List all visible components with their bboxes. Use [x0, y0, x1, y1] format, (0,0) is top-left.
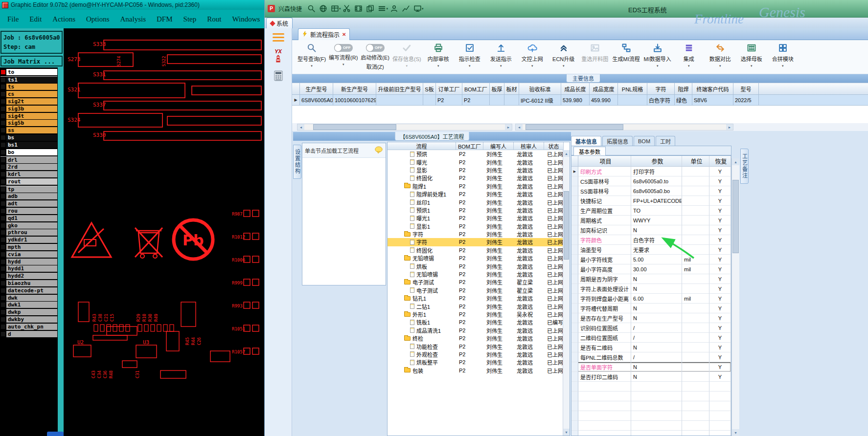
- layer-row-drl[interactable]: drl: [0, 156, 57, 164]
- calculator-icon[interactable]: [273, 70, 284, 83]
- tree-node[interactable]: 显影P2刘伟生龙敦远已上网: [388, 166, 570, 174]
- layer-row-auto_chk_pn[interactable]: auto_chk_pn: [0, 323, 57, 330]
- yx-logo[interactable]: YX: [265, 48, 292, 65]
- layer-row-biaozhu[interactable]: biaozhu: [0, 280, 57, 287]
- tree-node[interactable]: 阻焊前处理1P2刘伟生龙敦远已上网: [388, 190, 570, 198]
- param-row[interactable]: 生产周期位置TOY: [571, 206, 731, 216]
- scroll-down-icon[interactable]: ▼: [563, 429, 570, 436]
- tree-node[interactable]: 字符P2刘伟生龙敦远已上网: [388, 238, 570, 246]
- layer-row-kdrl[interactable]: kdrl: [0, 171, 57, 178]
- column-header-1[interactable]: 新生产型号: [333, 83, 376, 95]
- chart-icon[interactable]: [400, 3, 411, 14]
- layer-row-sig4t[interactable]: sig4t: [0, 112, 57, 120]
- param-value[interactable]: N: [631, 274, 682, 284]
- tree-node[interactable]: 预烘P2刘伟生龙敦远已上网: [388, 150, 570, 158]
- tree-node[interactable]: 字符P2刘伟生龙敦远已上网: [388, 230, 570, 238]
- scrollbar-thumb[interactable]: [313, 124, 396, 130]
- param-value[interactable]: 6s8v6005a0.to: [631, 176, 682, 186]
- scrollbar-thumb[interactable]: [564, 191, 569, 260]
- tree-node[interactable]: 预烘1P2刘伟生龙敦远已上网: [388, 206, 570, 214]
- toolbar-doc-upload[interactable]: 文控上网▾: [517, 43, 548, 68]
- scroll-left-icon[interactable]: ◄: [297, 124, 304, 130]
- layer-row-hydd1[interactable]: hydd1: [0, 265, 57, 273]
- menu-actions[interactable]: Actions: [47, 15, 81, 23]
- param-value[interactable]: FP+UL+DATECODE: [631, 196, 682, 206]
- toolbar-send-instruction[interactable]: 发送指示▾: [485, 43, 517, 68]
- horizontal-scrollbar[interactable]: ◄ ►: [515, 124, 733, 131]
- param-column-3[interactable]: 恢复: [709, 156, 731, 167]
- column-header-4[interactable]: 订单工厂: [436, 83, 462, 95]
- column-header-15[interactable]: 型号: [733, 83, 759, 95]
- param-value[interactable]: /: [631, 323, 682, 333]
- param-row[interactable]: 最小字符高度30.00milY: [571, 264, 731, 274]
- scrollbar-track[interactable]: [304, 124, 505, 130]
- scroll-up-icon[interactable]: ▲: [563, 150, 570, 157]
- tree-column-3[interactable]: 核审人: [514, 142, 544, 150]
- layer-row-d[interactable]: d: [0, 330, 57, 338]
- scroll-up-icon[interactable]: ▲: [732, 158, 739, 165]
- layer-row-datecode-pt[interactable]: datecode-pt: [0, 287, 57, 294]
- scrollbar-track[interactable]: [523, 124, 726, 130]
- param-row[interactable]: 二维码位置图纸/Y: [571, 333, 731, 343]
- tree-node[interactable]: 外观检查P2刘伟生龙敦远已上网: [388, 350, 570, 358]
- tree-node[interactable]: 电子测试P2刘伟生翟立梁已上网: [388, 286, 570, 294]
- param-value[interactable]: 打印字符: [631, 167, 682, 176]
- film-icon[interactable]: [353, 3, 365, 14]
- layer-row-hydd2[interactable]: hydd2: [0, 272, 57, 280]
- param-row[interactable]: 加亮标记识NY: [571, 225, 731, 235]
- param-value[interactable]: /: [631, 333, 682, 343]
- column-header-6[interactable]: 板厚: [490, 83, 504, 95]
- toolbar-data-compare[interactable]: 数据对比▾: [705, 43, 736, 68]
- param-value[interactable]: WWYY: [631, 216, 682, 225]
- menu-analysis[interactable]: Analysis: [115, 15, 152, 23]
- layer-row-mpth[interactable]: mpth: [0, 243, 57, 251]
- param-row[interactable]: 每PNL二维码总数/Y: [571, 352, 731, 362]
- tree-node[interactable]: 显影1P2刘伟生龙敦远已上网: [388, 222, 570, 230]
- menu-windows[interactable]: Windows: [227, 15, 264, 23]
- menu-dfm[interactable]: DFM: [151, 15, 178, 23]
- param-row[interactable]: 是否单面字符NY: [571, 362, 731, 372]
- column-header-9[interactable]: 成品长度: [561, 83, 590, 95]
- param-row[interactable]: 快捷标记FP+UL+DATECODEY: [571, 196, 731, 206]
- param-value[interactable]: N: [631, 313, 682, 323]
- param-value[interactable]: N: [631, 343, 682, 352]
- param-row[interactable]: 是否有二维码NY: [571, 343, 731, 352]
- tree-node[interactable]: 无铅喷锡P2刘伟生龙敦远已上网: [388, 254, 570, 262]
- tree-column-0[interactable]: 流程: [388, 142, 456, 150]
- toolbar-reselect-panel-drawing[interactable]: 重选开料图: [579, 43, 611, 63]
- param-row[interactable]: 周期格式WWYYY: [571, 216, 731, 225]
- layer-row-dwk1[interactable]: dwk1: [0, 302, 57, 309]
- param-value[interactable]: N: [631, 362, 682, 372]
- layer-row-sig3b[interactable]: sig3b: [0, 105, 57, 112]
- param-column-2[interactable]: 单位: [682, 156, 709, 167]
- param-row[interactable]: 最小字符线宽5.00milY: [571, 255, 731, 264]
- layer-row-ts1[interactable]: ts1: [0, 76, 57, 84]
- table-row[interactable]: ▶6S8V6005A010010600107629P2P2IPC-6012 II…: [292, 95, 868, 106]
- person-icon[interactable]: [388, 3, 400, 14]
- tree-column-4[interactable]: 状态: [544, 142, 564, 150]
- layer-row-bo[interactable]: bo: [0, 149, 57, 156]
- tree-node[interactable]: 阻焊1P2刘伟生龙敦远已上网: [388, 182, 570, 190]
- tab-params-2[interactable]: BOM: [634, 136, 655, 146]
- scrollbar-thumb[interactable]: [525, 124, 623, 130]
- menu-step[interactable]: Step: [178, 15, 202, 23]
- toolbar-mi-data-import[interactable]: MI数据导入▾: [642, 43, 673, 68]
- param-row[interactable]: 字符到焊盘最小距离6.00milY: [571, 294, 731, 304]
- param-column-0[interactable]: 项目: [578, 156, 631, 167]
- column-header-14[interactable]: 终端客户代码: [692, 83, 733, 95]
- column-header-13[interactable]: 阻焊: [675, 83, 692, 95]
- toolbar-internal-audit[interactable]: 内部审核▾: [423, 43, 454, 68]
- scroll-right-icon[interactable]: ►: [505, 124, 512, 130]
- tree-node[interactable]: 二钻1P2刘伟生龙敦远已上网: [388, 302, 570, 310]
- menu-rout[interactable]: Rout: [202, 15, 227, 23]
- param-row[interactable]: 字符颜色白色字符Y: [571, 235, 731, 245]
- copy-icon[interactable]: [365, 3, 376, 14]
- tab-params-3[interactable]: 工时: [656, 136, 675, 146]
- toggle-off-switch[interactable]: OFF: [366, 44, 385, 52]
- toolbar-write-flow[interactable]: OFF编写流程(R)▾: [327, 43, 359, 66]
- column-header-7[interactable]: 板材: [504, 83, 519, 95]
- param-value[interactable]: N: [631, 225, 682, 235]
- toolbar-start-modify[interactable]: OFF启动修改(E)取消(Z): [359, 43, 391, 70]
- param-row[interactable]: SS面菲林号6s8v6005a0.boY: [571, 186, 731, 196]
- tree-scrollbar[interactable]: ▲ ▼: [563, 150, 570, 436]
